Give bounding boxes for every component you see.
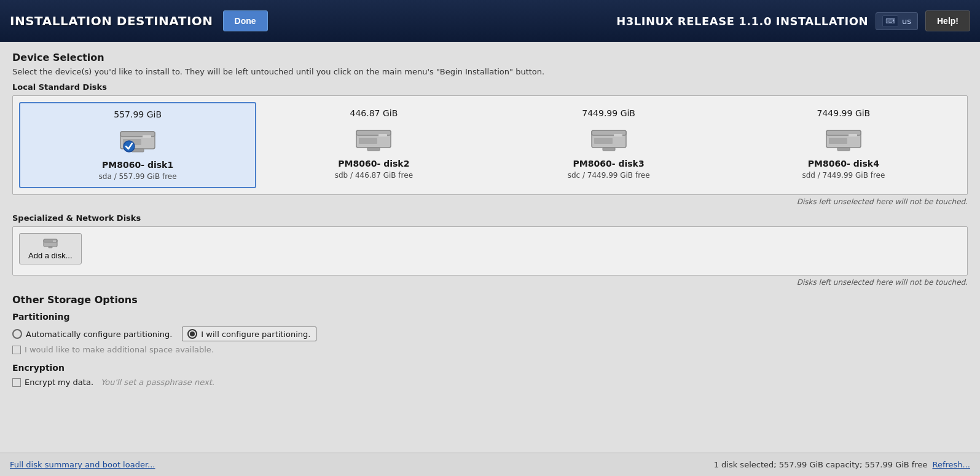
header-left: INSTALLATION DESTINATION Done <box>10 10 268 31</box>
partitioning-label: Partitioning <box>12 312 968 322</box>
manual-partition-option[interactable]: I will configure partitioning. <box>182 327 316 341</box>
svg-rect-2 <box>143 135 151 138</box>
other-storage-title: Other Storage Options <box>12 294 968 306</box>
svg-rect-18 <box>849 134 857 137</box>
disk-item-3[interactable]: 7449.99 GiB PM8060- disk3 sdc / 7449.99 … <box>492 102 726 188</box>
refresh-link[interactable]: Refresh... <box>933 460 971 469</box>
status-text: 1 disk selected; 557.99 GiB capacity; 55… <box>714 460 928 469</box>
svg-rect-13 <box>614 134 622 137</box>
local-disks-note: Disks left unselected here will not be t… <box>12 197 968 206</box>
device-selection-section: Device Selection Select the device(s) yo… <box>12 52 968 287</box>
disk-item-2[interactable]: 446.87 GiB PM8060- disk2 sdb / 446.87 Gi… <box>256 102 491 188</box>
disk3-info: sdc / 7449.99 GiB free <box>568 171 650 180</box>
disk1-info: sda / 557.99 GiB free <box>99 172 177 181</box>
device-selection-subtitle: Select the device(s) you'd like to insta… <box>12 67 968 76</box>
svg-rect-10 <box>367 148 380 151</box>
add-disk-button[interactable]: Add a disk... <box>19 233 82 264</box>
svg-rect-9 <box>359 138 377 144</box>
done-button[interactable]: Done <box>223 10 268 31</box>
specialized-container: Add a disk... <box>12 226 968 276</box>
disk1-name: PM8060- disk1 <box>102 160 173 170</box>
page-title: INSTALLATION DESTINATION <box>10 14 213 28</box>
svg-rect-20 <box>837 148 850 151</box>
additional-space-label: I would like to make additional space av… <box>25 345 214 354</box>
disk-grid: 557.99 GiB PM8060- dis <box>12 95 968 195</box>
encryption-label: Encryption <box>12 363 968 373</box>
auto-partition-option[interactable]: Automatically configure partitioning. <box>12 329 172 339</box>
disk2-icon <box>354 124 393 154</box>
disk2-size: 446.87 GiB <box>350 108 398 118</box>
additional-space-checkbox[interactable] <box>12 346 21 354</box>
disk-item-4[interactable]: 7449.99 GiB PM8060- disk4 sdd / 7449.99 … <box>726 102 961 188</box>
keyboard-indicator[interactable]: ⌨ us <box>876 12 918 30</box>
keyboard-icon: ⌨ <box>882 15 898 27</box>
disk2-name: PM8060- disk2 <box>338 159 409 169</box>
add-disk-label: Add a disk... <box>28 251 73 260</box>
auto-partition-radio[interactable] <box>12 329 22 339</box>
header: INSTALLATION DESTINATION Done H3LINUX RE… <box>0 0 980 42</box>
additional-space-row[interactable]: I would like to make additional space av… <box>12 345 968 354</box>
disk4-icon <box>824 124 863 154</box>
disk4-size: 7449.99 GiB <box>817 108 871 118</box>
radio-group: Automatically configure partitioning. I … <box>12 327 968 341</box>
disk3-icon <box>589 124 629 154</box>
encrypt-row: Encrypt my data. You'll set a passphrase… <box>12 378 968 387</box>
header-right: H3LINUX RELEASE 1.1.0 INSTALLATION ⌨ us … <box>616 10 970 31</box>
keyboard-layout: us <box>902 17 911 26</box>
device-selection-title: Device Selection <box>12 52 968 63</box>
release-title: H3LINUX RELEASE 1.1.0 INSTALLATION <box>616 15 868 28</box>
encrypt-label: Encrypt my data. <box>25 378 93 387</box>
svg-rect-19 <box>829 138 847 144</box>
other-storage-section: Other Storage Options Partitioning Autom… <box>12 294 968 387</box>
help-button[interactable]: Help! <box>925 10 970 31</box>
disk-summary-link[interactable]: Full disk summary and boot loader... <box>10 460 155 469</box>
manual-partition-label: I will configure partitioning. <box>201 330 310 339</box>
disk1-size: 557.99 GiB <box>114 109 162 119</box>
svg-point-5 <box>123 141 135 152</box>
disk2-info: sdb / 446.87 GiB free <box>335 171 413 180</box>
disk1-icon <box>118 125 157 155</box>
disk4-info: sdd / 7449.99 GiB free <box>802 171 885 180</box>
svg-rect-24 <box>49 247 52 248</box>
manual-partition-radio[interactable] <box>187 329 197 339</box>
disk-item-1[interactable]: 557.99 GiB PM8060- dis <box>19 102 256 188</box>
encrypt-note: You'll set a passphrase next. <box>101 378 214 387</box>
svg-rect-15 <box>603 148 615 151</box>
footer-status: 1 disk selected; 557.99 GiB capacity; 55… <box>714 460 970 469</box>
auto-partition-label: Automatically configure partitioning. <box>26 330 172 339</box>
specialized-label: Specialized & Network Disks <box>12 213 968 223</box>
encrypt-checkbox[interactable] <box>12 378 21 387</box>
local-standard-label: Local Standard Disks <box>12 82 968 92</box>
disk3-size: 7449.99 GiB <box>582 108 635 118</box>
svg-rect-23 <box>53 240 56 242</box>
main-content: Device Selection Select the device(s) yo… <box>0 42 980 476</box>
svg-rect-14 <box>594 138 613 144</box>
disk4-name: PM8060- disk4 <box>808 159 879 169</box>
disk3-name: PM8060- disk3 <box>573 159 645 169</box>
specialized-disks-note: Disks left unselected here will not be t… <box>12 278 968 287</box>
svg-rect-8 <box>378 134 387 137</box>
add-disk-icon <box>43 237 58 248</box>
footer: Full disk summary and boot loader... 1 d… <box>0 453 980 476</box>
